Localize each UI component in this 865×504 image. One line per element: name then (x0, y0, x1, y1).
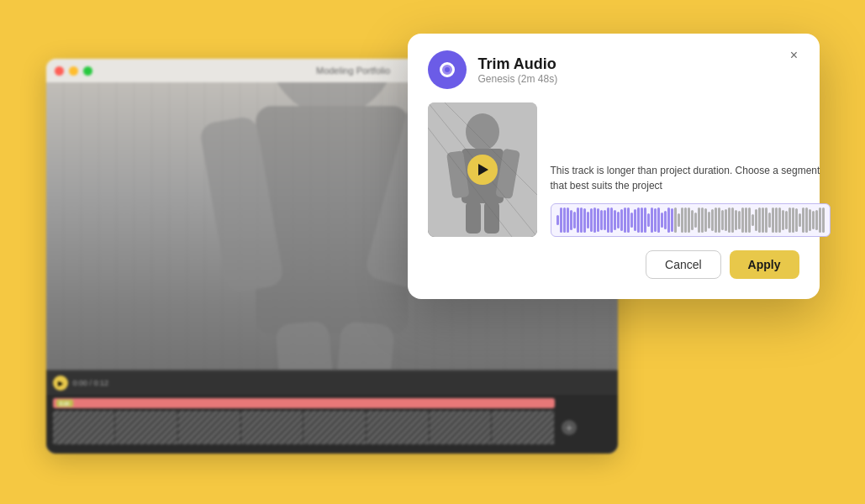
waveform-bar-69 (789, 207, 791, 233)
modal-footer: Cancel Apply (428, 250, 799, 279)
waveform-bar-60 (758, 207, 761, 233)
waveform-bar-23 (634, 209, 636, 231)
timeline-frame-8 (492, 411, 555, 444)
modal-icon (428, 50, 467, 89)
modal-info-text: This track is longer than project durati… (551, 163, 831, 193)
traffic-light-green[interactable] (83, 66, 92, 76)
timeline-video-track (53, 411, 556, 444)
timeline-frame-1 (53, 411, 116, 444)
svg-point-7 (466, 113, 499, 150)
timeline-audio-track: Edit (53, 398, 556, 408)
vinyl-icon (440, 62, 455, 77)
waveform-bar-14 (604, 210, 606, 229)
timeline-play-button[interactable]: ▶ (53, 375, 68, 391)
timeline-time: 0:00 / 0:12 (73, 379, 109, 387)
waveform-bar-8 (583, 208, 586, 233)
waveform-bar-15 (607, 207, 609, 233)
waveform-bar-66 (778, 207, 781, 233)
modal-subtitle: Genesis (2m 48s) (478, 73, 558, 85)
waveform-bar-44 (704, 208, 707, 233)
waveform-bar-28 (651, 207, 653, 233)
waveform-bar-26 (644, 207, 646, 233)
waveform-bar-70 (792, 207, 794, 233)
modal-close-button[interactable]: × (784, 45, 804, 66)
play-icon (478, 164, 488, 176)
waveform-bar-33 (667, 207, 670, 233)
waveform-bar-47 (715, 207, 717, 233)
waveform-bar-79 (822, 207, 825, 233)
waveform-bar-63 (768, 213, 771, 227)
modal-info: This track is longer than project durati… (551, 102, 831, 237)
waveform-bar-0 (556, 215, 559, 225)
waveform-bar-1 (560, 207, 562, 233)
waveform-bar-40 (691, 210, 694, 231)
waveform-bar-41 (694, 213, 697, 228)
waveform-container[interactable] (551, 203, 831, 237)
waveform-bar-12 (597, 208, 599, 231)
waveform-bar-11 (593, 207, 596, 233)
waveform-bar-54 (738, 211, 741, 230)
waveform-bar-25 (641, 207, 643, 233)
waveform-bar-4 (570, 210, 572, 230)
timeline-frame-4 (241, 411, 304, 444)
waveform-bar-56 (745, 207, 747, 233)
svg-rect-11 (466, 202, 481, 234)
waveform-bar-77 (815, 210, 818, 229)
waveform-bar-73 (802, 207, 804, 233)
modal-title-group: Trim Audio Genesis (2m 48s) (478, 55, 558, 85)
waveform-bar-50 (725, 209, 727, 232)
apply-button[interactable]: Apply (730, 250, 799, 279)
outer-container: Modeling Portfolio (46, 34, 820, 470)
waveform-bar-31 (661, 213, 663, 228)
waveform-bar-67 (782, 210, 784, 230)
app-timeline: ▶ 0:00 / 0:12 Edit (46, 370, 618, 454)
modal-title: Trim Audio (478, 55, 558, 73)
waveform-bar-78 (819, 207, 821, 233)
waveform-bar-10 (590, 208, 593, 231)
waveform-bar-22 (630, 213, 633, 227)
waveform-bar-45 (708, 212, 710, 228)
play-button-overlay[interactable] (467, 155, 498, 185)
vinyl-center (445, 67, 450, 72)
waveform-bar-24 (637, 207, 640, 233)
waveform-bar-27 (647, 213, 650, 226)
waveform-bar-9 (587, 212, 589, 228)
timeline-frame-2 (115, 411, 178, 444)
waveform-bar-68 (785, 211, 788, 230)
waveform-bar-46 (711, 209, 714, 231)
waveform-bar-3 (567, 207, 569, 233)
waveform-bar-76 (812, 211, 815, 229)
waveform-bar-34 (671, 208, 673, 233)
timeline-frame-7 (430, 411, 493, 444)
modal-thumbnail (428, 102, 537, 237)
waveform-bar-49 (721, 210, 724, 229)
waveform-bar-71 (795, 208, 798, 232)
waveform-bar-74 (805, 207, 808, 233)
timeline-frame-3 (178, 411, 241, 444)
waveform-bar-36 (678, 213, 680, 228)
waveform-bar-75 (809, 209, 811, 230)
waveform-bar-72 (799, 213, 801, 228)
waveform-bar-61 (762, 207, 764, 233)
waveform-bar-30 (657, 207, 660, 233)
modal-body: This track is longer than project durati… (428, 102, 799, 237)
waveform-bar-13 (600, 210, 603, 229)
waveform-bar-57 (748, 207, 751, 233)
waveform-bar-5 (573, 212, 576, 228)
cancel-button[interactable]: Cancel (646, 250, 721, 279)
timeline-frame-6 (367, 411, 430, 444)
timeline-toolbar: ▶ 0:00 / 0:12 (46, 371, 618, 395)
waveform-bar-37 (681, 207, 683, 233)
waveform-bar-64 (772, 207, 774, 233)
waveform-bar-17 (614, 210, 616, 230)
waveform-bar-7 (580, 207, 583, 233)
waveform-bar-52 (731, 207, 734, 233)
waveform-bar-39 (688, 207, 690, 233)
waveform-bar-2 (563, 207, 566, 233)
waveform-bar-16 (610, 207, 613, 233)
waveform-bar-6 (577, 207, 579, 233)
timeline-add-button[interactable]: + (562, 420, 577, 435)
waveform-bar-21 (627, 207, 630, 233)
traffic-light-yellow[interactable] (69, 66, 78, 76)
traffic-light-red[interactable] (55, 66, 64, 76)
